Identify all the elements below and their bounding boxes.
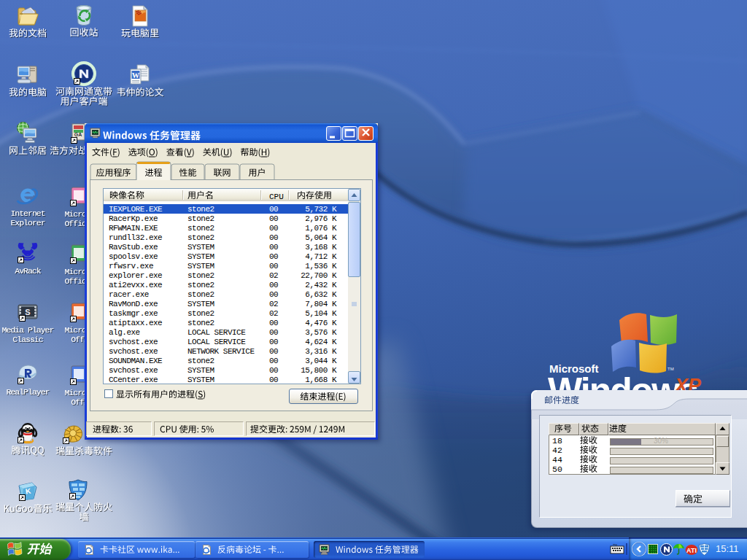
svg-text:15:11: 15:11 — [716, 543, 739, 554]
